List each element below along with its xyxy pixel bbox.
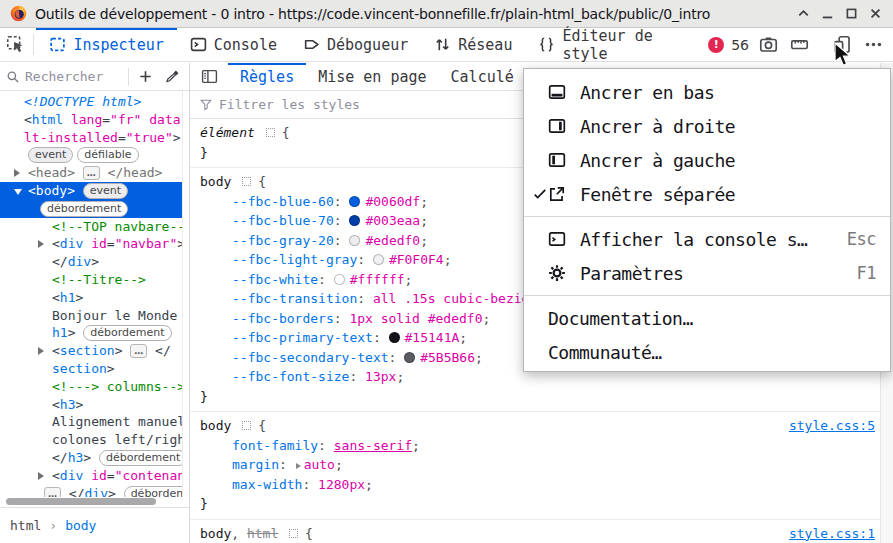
css-selector-line[interactable]: body, html { [200, 524, 883, 543]
css-rule-close: } [200, 494, 883, 514]
dock-left-icon [548, 151, 580, 169]
expander-arrow[interactable] [14, 189, 22, 195]
style-editor-icon [538, 36, 555, 53]
css-selector-line[interactable]: body { [200, 416, 883, 436]
menu-item-dock-bottom[interactable]: Ancrer en bas [524, 75, 890, 109]
tab-network[interactable]: Réseau [421, 28, 525, 61]
markup-row[interactable]: <body> event [0, 182, 182, 200]
node-picker-button[interactable] [0, 28, 31, 61]
tab-styleeditor[interactable]: Éditeur de style [525, 28, 708, 61]
separate-window-icon [548, 185, 580, 203]
selector-highlighter-icon[interactable] [266, 128, 275, 137]
window-titlebar[interactable]: Outils de développement - 0 intro - http… [0, 0, 893, 28]
badge-défilable[interactable]: défilable [77, 147, 138, 163]
breadcrumb-item-body[interactable]: body [65, 518, 96, 533]
search-input[interactable] [25, 69, 123, 84]
error-count[interactable]: 56 [731, 37, 749, 53]
color-swatch[interactable] [373, 254, 384, 265]
tab-console[interactable]: Console [177, 28, 290, 61]
markup-row[interactable]: <section> … </ [0, 342, 182, 360]
menu-item-separate-window[interactable]: Fenêtre séparée [524, 177, 890, 211]
expander-arrow[interactable] [38, 347, 44, 355]
css-declaration[interactable]: margin: auto; [200, 455, 883, 475]
menu-item-settings[interactable]: ParamètresF1 [524, 256, 890, 290]
markup-row[interactable]: <!--TOP navbare-- [0, 218, 182, 236]
badge-débordement[interactable]: débordement [40, 201, 128, 217]
menu-item-dock-left[interactable]: Ancrer à gauche [524, 143, 890, 177]
markup-row[interactable]: section> [0, 360, 182, 378]
create-new-node-button[interactable] [134, 66, 156, 88]
expand-shorthand-icon[interactable] [296, 463, 301, 469]
menu-item-community[interactable]: Communauté… [524, 335, 890, 369]
measuring-tool-button[interactable] [787, 33, 811, 57]
badge-débordeme[interactable]: débordeme [124, 486, 183, 497]
markup-row[interactable]: … </div> débordeme [0, 485, 182, 497]
meatball-menu-button[interactable] [861, 33, 885, 57]
color-swatch[interactable] [349, 215, 360, 226]
markup-row[interactable]: Bonjour le Monde [0, 307, 182, 325]
keep-above-button[interactable] [796, 6, 811, 21]
menu-item-documentation[interactable]: Documentation… [524, 301, 890, 335]
horizontal-scrollbar[interactable] [0, 497, 189, 507]
expander-arrow[interactable] [14, 169, 20, 177]
selector-highlighter-icon[interactable] [242, 177, 251, 186]
color-swatch[interactable] [334, 274, 345, 285]
badge-débordement[interactable]: débordement [83, 325, 171, 341]
scrollbar-thumb[interactable] [6, 498, 156, 505]
badge-event[interactable]: event [83, 183, 128, 199]
markup-row[interactable]: <!---> columns--> [0, 378, 182, 396]
color-swatch[interactable] [349, 235, 360, 246]
error-badge-icon[interactable]: ! [708, 37, 724, 53]
tab-debugger[interactable]: Débogueur [290, 28, 421, 61]
menu-item-dock-right[interactable]: Ancrer à droite [524, 109, 890, 143]
markup-row[interactable]: <!DOCTYPE html> [0, 93, 182, 111]
color-swatch[interactable] [404, 352, 415, 363]
markup-row[interactable]: <h1> [0, 289, 182, 307]
close-button[interactable] [868, 6, 883, 21]
css-declaration[interactable]: font-family: sans-serif; [200, 436, 883, 456]
tab-inspector[interactable]: Inspecteur [36, 28, 176, 61]
show-all-nodes-button[interactable]: … [44, 487, 61, 497]
eyedropper-button[interactable] [161, 66, 183, 88]
markup-row[interactable]: colones left/righ [0, 431, 182, 449]
expander-arrow[interactable] [38, 472, 44, 480]
breadcrumb-item-html[interactable]: html [10, 518, 41, 533]
markup-row[interactable]: Alignement manuel [0, 413, 182, 431]
show-all-nodes-button[interactable]: … [83, 166, 100, 180]
badge-event[interactable]: event [28, 147, 73, 163]
badge-débordement[interactable]: débordement [99, 450, 183, 466]
selector-highlighter-icon[interactable] [289, 529, 298, 538]
markup-row[interactable]: <div id="navbar"> [0, 235, 182, 253]
selector-highlighter-icon[interactable] [242, 421, 251, 430]
color-swatch[interactable] [349, 196, 360, 207]
expander-arrow[interactable] [38, 240, 44, 248]
network-icon [434, 36, 451, 53]
markup-row[interactable]: h1> débordement [0, 324, 182, 342]
tab-mise-en-page[interactable]: Mise en page [306, 63, 438, 90]
markup-row[interactable]: eventdéfilable [0, 146, 182, 164]
tab-label: Inspecteur [73, 36, 163, 54]
markup-row[interactable]: <!--Titre--> [0, 271, 182, 289]
markup-row[interactable]: </h3> débordement [0, 449, 182, 467]
markup-row[interactable]: <html lang="fr" data [0, 111, 182, 129]
maximize-button[interactable] [844, 6, 859, 21]
screenshot-camera-button[interactable] [756, 33, 780, 57]
markup-row[interactable]: lt-installed="true"> [0, 129, 182, 147]
markup-row[interactable]: <head> … </head> [0, 164, 182, 182]
three-pane-toggle-icon[interactable] [196, 63, 222, 90]
tab-règles[interactable]: Règles [228, 63, 306, 90]
css-declaration[interactable]: max-width: 1280px; [200, 475, 883, 495]
color-swatch[interactable] [389, 332, 400, 343]
markup-row[interactable]: <h3> [0, 396, 182, 414]
markup-row[interactable]: </div> [0, 253, 182, 271]
tab-calculé[interactable]: Calculé [439, 63, 526, 90]
stylesheet-link[interactable]: style.css:1 [789, 524, 875, 543]
minimize-button[interactable] [820, 6, 835, 21]
css-rule: body {style.css:5font-family: sans-serif… [190, 412, 893, 520]
responsive-design-mode-button[interactable] [830, 33, 854, 57]
markup-row[interactable]: <div id="contenan [0, 467, 182, 485]
markup-row[interactable]: débordement [0, 200, 182, 218]
show-all-nodes-button[interactable]: … [130, 344, 147, 358]
stylesheet-link[interactable]: style.css:5 [789, 416, 875, 436]
menu-item-toggle-split-console[interactable]: Afficher la console s…Esc [524, 222, 890, 256]
